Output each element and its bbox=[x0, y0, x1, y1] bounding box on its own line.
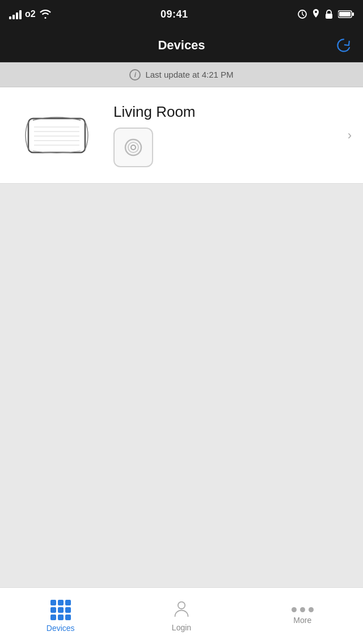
svg-rect-3 bbox=[352, 12, 354, 16]
tab-devices-label: Devices bbox=[47, 624, 75, 633]
tab-more-label: More bbox=[293, 616, 311, 625]
device-list: Living Room › bbox=[0, 87, 363, 184]
devices-grid-icon bbox=[50, 600, 71, 620]
device-image bbox=[11, 99, 102, 172]
svg-point-14 bbox=[178, 601, 185, 608]
status-time: 09:41 bbox=[161, 9, 188, 20]
status-bar: o2 09:41 bbox=[0, 0, 363, 28]
svg-point-12 bbox=[128, 142, 138, 152]
svg-rect-1 bbox=[326, 14, 332, 19]
tab-login[interactable]: Login bbox=[121, 588, 242, 644]
status-left: o2 bbox=[9, 9, 52, 19]
svg-rect-5 bbox=[28, 118, 85, 152]
svg-rect-4 bbox=[339, 12, 351, 16]
power-icon bbox=[122, 136, 145, 159]
lock-icon bbox=[324, 9, 334, 19]
tab-bar: Devices Login More bbox=[0, 587, 363, 644]
page-title: Devices bbox=[158, 38, 205, 53]
tab-more[interactable]: More bbox=[242, 588, 363, 644]
signal-bars-icon bbox=[9, 9, 22, 19]
chevron-right-icon: › bbox=[348, 128, 352, 143]
power-button[interactable] bbox=[113, 128, 153, 167]
info-icon: i bbox=[129, 69, 141, 80]
wifi-icon bbox=[39, 9, 52, 19]
battery-icon bbox=[338, 10, 354, 18]
info-bar: i Last update at 4:21 PM bbox=[0, 62, 363, 87]
device-info: Living Room bbox=[102, 103, 352, 167]
device-name: Living Room bbox=[113, 103, 196, 121]
last-update-text: Last update at 4:21 PM bbox=[145, 70, 233, 79]
refresh-icon bbox=[335, 36, 353, 54]
status-right bbox=[297, 9, 354, 19]
empty-area bbox=[0, 184, 363, 575]
location-icon bbox=[312, 9, 320, 19]
svg-point-13 bbox=[131, 145, 136, 150]
device-row[interactable]: Living Room › bbox=[0, 87, 363, 184]
tab-devices[interactable]: Devices bbox=[0, 588, 121, 644]
carrier-label: o2 bbox=[25, 9, 36, 19]
person-icon bbox=[173, 600, 190, 620]
tab-login-label: Login bbox=[172, 623, 191, 632]
refresh-button[interactable] bbox=[334, 35, 354, 56]
more-dots-icon bbox=[292, 607, 314, 612]
nav-bar: Devices bbox=[0, 28, 363, 62]
speaker-icon bbox=[17, 107, 96, 164]
alarm-icon bbox=[297, 9, 307, 19]
